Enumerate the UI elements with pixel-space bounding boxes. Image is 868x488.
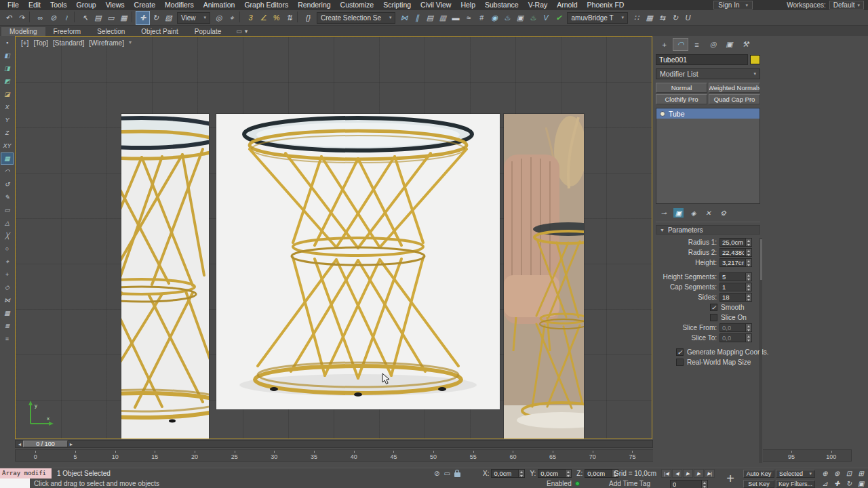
tool-c-icon[interactable]: ◩ bbox=[1, 76, 13, 87]
menu-item[interactable]: Modifiers bbox=[160, 0, 199, 10]
menu-item[interactable]: Create bbox=[130, 0, 161, 10]
menu-item[interactable]: Scripting bbox=[378, 0, 416, 10]
tool-d-icon[interactable]: ◪ bbox=[1, 89, 13, 100]
viewport-label[interactable]: [+] [Top] [Standard] [Wireframe] ▾ bbox=[21, 39, 132, 47]
rotate-tool-icon[interactable]: ↺ bbox=[1, 179, 13, 190]
rect-tool-icon[interactable]: ▭ bbox=[1, 205, 13, 216]
time-slider[interactable]: ◄ 0 / 100 ► bbox=[15, 440, 653, 448]
go-to-end-button[interactable]: ▶| bbox=[705, 469, 715, 478]
frame-spinner[interactable]: 0 bbox=[670, 480, 708, 488]
auto-key-button[interactable]: Auto Key bbox=[743, 470, 774, 478]
add-time-tag[interactable]: Add Time Tag bbox=[609, 480, 650, 487]
viewport-menu-shading[interactable]: [Wireframe] bbox=[89, 39, 124, 47]
uv-tools-icon[interactable]: U bbox=[682, 12, 694, 24]
make-unique-icon[interactable]: ◈ bbox=[688, 208, 698, 218]
spinner-arrows-icon[interactable] bbox=[745, 239, 751, 246]
modifier-button[interactable]: Weighted Normals bbox=[709, 83, 760, 93]
select-and-manipulate-icon[interactable]: ⌖ bbox=[225, 12, 238, 24]
diamond-tool-icon[interactable]: ◇ bbox=[1, 282, 13, 293]
select-and-rotate-icon[interactable]: ↻ bbox=[149, 12, 162, 24]
axis-y-button[interactable]: Y bbox=[1, 115, 13, 125]
swap-arrows-icon[interactable]: ⇆ bbox=[656, 12, 669, 24]
previous-frame-arrow[interactable]: ◄ bbox=[16, 441, 23, 447]
spinner-arrows-icon[interactable] bbox=[701, 481, 707, 488]
cross-tool-icon[interactable]: ╳ bbox=[1, 230, 13, 241]
modifier-button[interactable]: Quad Cap Pro bbox=[709, 94, 760, 104]
spinner-arrows-icon[interactable] bbox=[565, 470, 571, 477]
separator[interactable] bbox=[29, 12, 33, 22]
menu-item[interactable]: Tools bbox=[45, 0, 72, 10]
spinner-arrows-icon[interactable] bbox=[518, 470, 524, 477]
zoom-all-icon[interactable]: ⊛ bbox=[831, 469, 843, 479]
axis-xy-button[interactable]: XY bbox=[1, 140, 13, 151]
spinner-field[interactable]: 3,217cm bbox=[719, 258, 752, 267]
reference-coordinate-dropdown[interactable]: View▾ bbox=[177, 12, 210, 24]
menu-item[interactable]: Civil View bbox=[416, 0, 456, 10]
ribbon-toggle-icon[interactable]: ▬ bbox=[449, 12, 462, 24]
tool-a-icon[interactable]: ◧ bbox=[1, 50, 13, 61]
modifier-stack[interactable]: Tube bbox=[656, 108, 760, 204]
triangle-tool-icon[interactable]: △ bbox=[1, 218, 13, 228]
spinner-field[interactable]: 5 bbox=[719, 272, 752, 281]
time-slider-handle[interactable]: 0 / 100 bbox=[23, 441, 68, 447]
viewport-menu-pov[interactable]: [Top] bbox=[33, 39, 48, 47]
axis-x-button[interactable]: X bbox=[1, 102, 13, 113]
align-icon[interactable]: ∥ bbox=[410, 12, 423, 24]
layout-dots-icon[interactable]: ∷ bbox=[630, 12, 643, 24]
angle-snap-icon[interactable]: ∠ bbox=[257, 12, 270, 24]
panel-scrollbar[interactable] bbox=[760, 238, 762, 463]
spinner-arrows-icon[interactable] bbox=[745, 249, 751, 256]
bind-to-space-warp-icon[interactable]: ≀ bbox=[60, 12, 73, 24]
render-setup-icon[interactable]: ♨ bbox=[500, 12, 513, 24]
spinner-arrows-icon[interactable] bbox=[745, 273, 751, 281]
pen-tool-icon[interactable]: ✎ bbox=[1, 192, 13, 203]
parameters-rollout-header[interactable]: ▼ Parameters bbox=[656, 225, 760, 235]
window-crossing-icon[interactable]: ▦ bbox=[117, 12, 130, 24]
green-dot-icon[interactable] bbox=[575, 481, 580, 486]
go-to-start-button[interactable]: |◀ bbox=[661, 469, 671, 478]
rendered-frame-icon[interactable]: ▣ bbox=[513, 12, 526, 24]
previous-frame-button[interactable]: ◀ bbox=[672, 469, 682, 478]
spinner-field[interactable]: 1 bbox=[719, 283, 752, 291]
refresh-icon[interactable]: ↻ bbox=[669, 12, 682, 24]
menu-item[interactable]: Group bbox=[72, 0, 101, 10]
spinner-field[interactable]: 0,0 bbox=[719, 333, 752, 342]
material-editor-icon[interactable]: ◉ bbox=[488, 12, 500, 24]
dock-grid-icon[interactable]: ▦ bbox=[643, 12, 656, 24]
ribbon-tab[interactable]: Object Paint bbox=[133, 27, 186, 36]
ribbon-tab[interactable]: Selection bbox=[89, 27, 133, 36]
list-tool-icon[interactable]: ≣ bbox=[1, 321, 13, 331]
menu-tool-icon[interactable]: ≡ bbox=[1, 333, 13, 344]
maxscript-listener-line[interactable] bbox=[0, 479, 30, 488]
select-and-scale-icon[interactable]: ▧ bbox=[162, 12, 175, 24]
spinner-arrows-icon[interactable] bbox=[745, 283, 751, 291]
redo-icon[interactable]: ↷ bbox=[15, 12, 28, 24]
zoom-icon[interactable]: ⊕ bbox=[819, 469, 831, 479]
reference-image-left[interactable] bbox=[121, 114, 209, 439]
named-selection-set-field[interactable]: Create Selection Se▾ bbox=[317, 12, 395, 24]
undo-icon[interactable]: ↶ bbox=[2, 12, 15, 24]
show-end-result-icon[interactable]: ▣ bbox=[673, 208, 684, 218]
bulb-icon[interactable] bbox=[660, 111, 665, 117]
ribbon-minimize-control[interactable]: ▭ ▾ bbox=[236, 28, 248, 36]
zoom-extents-icon[interactable]: ⊡ bbox=[844, 469, 855, 479]
schematic-view-icon[interactable]: # bbox=[475, 12, 488, 24]
viewport-menu-standard[interactable]: [Standard] bbox=[53, 39, 84, 47]
play-button[interactable]: ▶ bbox=[683, 469, 693, 478]
render-production-icon[interactable]: ♨ bbox=[526, 12, 539, 24]
separator[interactable] bbox=[297, 12, 300, 22]
menu-item[interactable]: Rendering bbox=[293, 0, 335, 10]
configure-modifier-sets-icon[interactable]: ⚙ bbox=[718, 208, 728, 218]
spinner-snap-icon[interactable]: ⇅ bbox=[283, 12, 296, 24]
sign-in-button[interactable]: Sign In▾ bbox=[713, 1, 753, 9]
select-and-move-icon[interactable]: ✚ bbox=[136, 12, 149, 24]
axis-z-button[interactable]: Z bbox=[1, 127, 13, 138]
pin-stack-icon[interactable]: ⊸ bbox=[658, 208, 669, 218]
rectangular-selection-region-icon[interactable]: ▭ bbox=[104, 12, 117, 24]
select-object-icon[interactable]: ↖ bbox=[79, 12, 92, 24]
maxscript-mini-listener[interactable]: Array modifi bbox=[0, 468, 52, 479]
display-tab[interactable]: ▣ bbox=[722, 39, 736, 50]
maximize-viewport-icon[interactable]: ▣ bbox=[855, 479, 867, 488]
spinner-field[interactable]: 25,0cm bbox=[719, 238, 752, 247]
menu-item[interactable]: File bbox=[3, 0, 24, 10]
